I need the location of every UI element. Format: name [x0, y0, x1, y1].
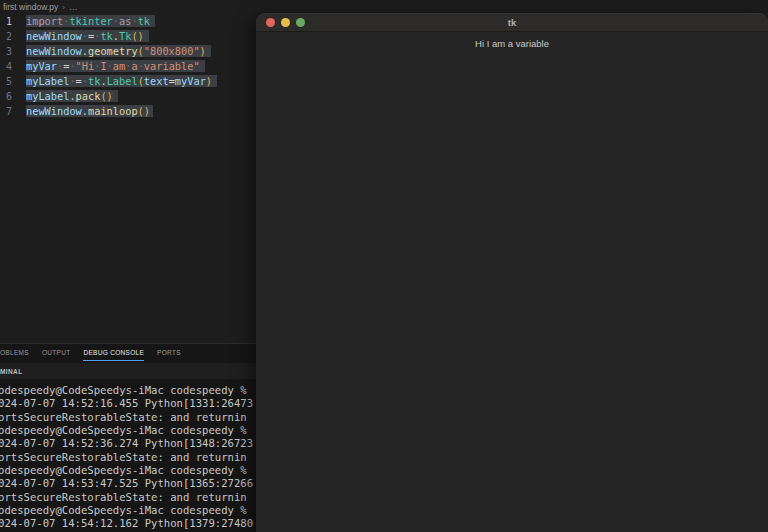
screen: first window.py › … 1import·tkinter·as·t… — [0, 0, 768, 532]
line-number[interactable]: 5 — [6, 74, 20, 89]
chevron-right-icon: › — [62, 3, 65, 12]
selected-code-text: myLabel.pack() — [26, 90, 118, 102]
tk-app-window: tk Hi I am a variable — [256, 13, 768, 532]
panel-tab-ports[interactable]: PORTS — [157, 345, 181, 361]
tk-window-title: tk — [256, 13, 768, 32]
line-number[interactable]: 3 — [6, 44, 20, 59]
line-number[interactable]: 7 — [6, 104, 20, 119]
selected-code-text: newWindow.geometry("800x800") — [26, 45, 211, 57]
panel-tab-oblems[interactable]: OBLEMS — [0, 345, 29, 361]
panel-tab-debug-console[interactable]: DEBUG CONSOLE — [83, 345, 144, 361]
line-number[interactable]: 4 — [6, 59, 20, 74]
panel-tab-output[interactable]: OUTPUT — [42, 345, 71, 361]
breadcrumb-file[interactable]: first window.py — [3, 2, 58, 12]
line-number[interactable]: 6 — [6, 89, 20, 104]
line-number[interactable]: 1 — [6, 14, 20, 29]
terminal-section-label: MINAL — [0, 368, 23, 375]
tk-titlebar[interactable]: tk — [256, 13, 768, 32]
panel-tabs: OBLEMSOUTPUTDEBUG CONSOLEPORTS — [0, 345, 181, 361]
tk-window-body: Hi I am a variable — [256, 38, 768, 532]
selected-code-text: newWindow.mainloop() — [26, 105, 153, 117]
tk-variable-label: Hi I am a variable — [256, 38, 768, 49]
breadcrumb-symbol[interactable]: … — [69, 2, 78, 12]
breadcrumb: first window.py › … — [3, 1, 77, 13]
line-number[interactable]: 2 — [6, 29, 20, 44]
selected-code-text: myLabel·=·tk.Label(text=myVar) — [26, 75, 217, 87]
selected-code-text: myVar·=·"Hi·I·am·a·variable" — [26, 60, 205, 72]
selected-code-text: newWindow·=·tk.Tk() — [26, 30, 149, 42]
selected-code-text: import·tkinter·as·tk — [26, 15, 155, 27]
